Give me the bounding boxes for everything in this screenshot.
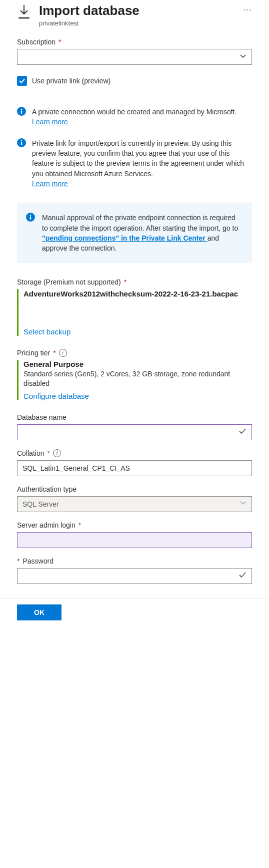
database-name-input[interactable] xyxy=(17,424,252,440)
subscription-dropdown[interactable] xyxy=(17,49,252,65)
import-icon xyxy=(17,4,31,21)
required-asterisk: * xyxy=(124,278,126,286)
password-input[interactable] xyxy=(17,568,252,584)
manual-approval-callout: Manual approval of the private endpoint … xyxy=(17,203,252,263)
info-private-connection-text: A private connection would be created an… xyxy=(32,108,236,116)
info-icon xyxy=(17,107,26,127)
storage-label: Storage (Premium not supported) xyxy=(17,278,121,286)
admin-login-label: Server admin login xyxy=(17,521,76,529)
check-icon xyxy=(238,571,246,580)
use-private-link-checkbox[interactable] xyxy=(17,76,27,86)
svg-rect-4 xyxy=(21,111,22,114)
pricing-tier-name: General Purpose xyxy=(24,360,252,368)
required-asterisk: * xyxy=(78,521,81,529)
chevron-down-icon xyxy=(240,500,246,508)
svg-rect-7 xyxy=(21,142,22,145)
more-menu-icon[interactable]: ··· xyxy=(243,3,252,14)
chevron-down-icon xyxy=(240,53,246,61)
required-asterisk: * xyxy=(58,38,61,46)
info-tooltip-icon[interactable]: i xyxy=(53,449,61,457)
pricing-tier-desc: Standard-series (Gen5), 2 vCores, 32 GB … xyxy=(24,369,252,389)
subscription-label: Subscription xyxy=(17,38,56,46)
auth-type-dropdown[interactable]: SQL Server xyxy=(17,496,252,512)
info-preview-text: Private link for import/export is curren… xyxy=(32,139,244,178)
pricing-tier-label: Pricing tier xyxy=(17,349,50,357)
svg-point-6 xyxy=(21,140,22,141)
pending-connections-link[interactable]: "pending connections" in the Private Lin… xyxy=(42,234,208,242)
auth-type-label: Authentication type xyxy=(17,485,76,493)
required-asterisk: * xyxy=(53,349,56,357)
database-name-label: Database name xyxy=(17,413,66,421)
page-subtitle: privatelinktest xyxy=(39,19,235,27)
collation-input[interactable] xyxy=(17,460,252,476)
collation-label: Collation xyxy=(17,449,44,457)
required-asterisk: * xyxy=(17,557,20,565)
check-icon xyxy=(238,427,246,437)
password-label: Password xyxy=(22,557,53,565)
select-backup-link[interactable]: Select backup xyxy=(24,327,252,336)
required-asterisk: * xyxy=(47,449,50,457)
learn-more-link-1[interactable]: Learn more xyxy=(32,118,68,126)
learn-more-link-2[interactable]: Learn more xyxy=(32,180,68,188)
svg-point-3 xyxy=(21,109,22,110)
svg-point-9 xyxy=(30,215,32,216)
svg-rect-10 xyxy=(30,217,31,220)
page-title: Import database xyxy=(39,3,235,18)
info-icon xyxy=(17,138,26,189)
configure-database-link[interactable]: Configure database xyxy=(24,392,252,400)
use-private-link-label: Use private link (preview) xyxy=(32,77,110,85)
info-tooltip-icon[interactable]: i xyxy=(59,349,67,357)
info-icon xyxy=(26,213,35,253)
admin-login-input[interactable] xyxy=(17,532,252,548)
storage-file-name: AdventureWorks2012withchecksum-2022-2-16… xyxy=(24,289,252,299)
ok-button[interactable]: OK xyxy=(17,604,62,620)
callout-prefix: Manual approval of the private endpoint … xyxy=(42,214,238,232)
